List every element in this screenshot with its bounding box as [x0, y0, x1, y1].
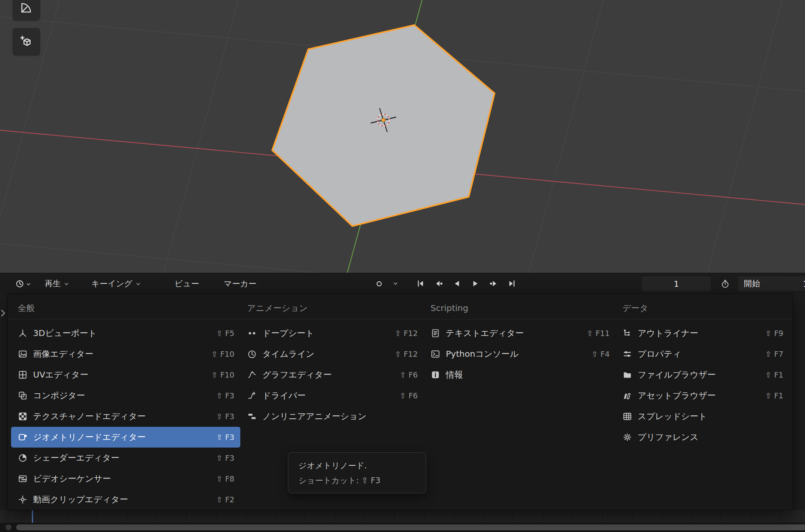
play-reverse-button[interactable]: [448, 276, 466, 291]
menu-playback[interactable]: 再生: [41, 276, 73, 291]
timeline-header: 再生 キーイング ビュー マーカー 1: [0, 273, 805, 294]
scrollbar-thumb[interactable]: [16, 524, 805, 530]
python-console-icon: [430, 349, 441, 359]
editor-menu-item[interactable]: 情報: [424, 364, 616, 385]
menu-marker[interactable]: マーカー: [220, 276, 260, 291]
menu-item-shortcut: ⇧ F12: [387, 329, 418, 338]
prev-keyframe-icon: [434, 279, 444, 288]
menu-item-shortcut: ⇧ F5: [208, 329, 234, 338]
jump-to-start-button[interactable]: [411, 276, 430, 291]
menu-item-label: 画像エディター: [33, 348, 93, 360]
spreadsheet-icon: [622, 412, 633, 422]
menu-item-shortcut: ⇧ F2: [208, 495, 234, 504]
chevron-down-icon: [135, 281, 141, 287]
playhead[interactable]: [32, 510, 33, 523]
menu-keying[interactable]: キーイング: [87, 276, 145, 291]
use-preview-range-button[interactable]: [717, 276, 734, 291]
editor-menu-item[interactable]: 画像エディター ⇧ F10: [11, 344, 240, 364]
record-icon: [375, 280, 383, 288]
asset-browser-icon: [622, 391, 633, 401]
start-frame-field[interactable]: 開始 1: [738, 276, 805, 291]
jump-to-next-keyframe-button[interactable]: [484, 276, 503, 291]
video-sequencer-icon: [17, 474, 28, 484]
shader-editor-icon: [17, 453, 28, 463]
play-icon: [470, 279, 480, 288]
editor-menu-item[interactable]: コンポジター ⇧ F3: [11, 385, 240, 406]
properties-icon: [622, 349, 633, 359]
editor-menu-item[interactable]: ノンリニアアニメーション: [240, 406, 424, 427]
editor-menu-item[interactable]: テキストエディター ⇧ F11: [424, 323, 616, 344]
menu-item-shortcut: ⇧ F6: [392, 370, 418, 379]
skip-start-icon: [416, 279, 425, 288]
editor-menu-item[interactable]: ドライバー ⇧ F6: [240, 385, 424, 406]
editor-menu-item[interactable]: プリファレンス: [616, 427, 789, 448]
timeline-track-area[interactable]: [0, 510, 805, 523]
preferences-icon: [622, 432, 633, 442]
editor-menu-item[interactable]: テクスチャノードエディター ⇧ F3: [11, 406, 240, 427]
play-button[interactable]: [466, 276, 484, 291]
editor-menu-item[interactable]: 3Dビューポート ⇧ F5: [11, 323, 240, 344]
timeline-editor-icon: [15, 279, 24, 288]
menu-item-label: 3Dビューポート: [33, 328, 97, 339]
menu-item-label: ビデオシーケンサー: [33, 473, 111, 484]
menu-item-label: 情報: [446, 369, 463, 381]
3d-viewport-icon: [17, 328, 28, 339]
compositor-icon: [17, 391, 28, 401]
editor-menu-item[interactable]: アウトライナー ⇧ F9: [616, 323, 789, 344]
menu-item-shortcut: ⇧ F6: [392, 391, 418, 400]
editor-menu-item[interactable]: ファイルブラウザー ⇧ F1: [616, 364, 789, 385]
editor-menu-item[interactable]: アセットブラウザー ⇧ F1: [616, 385, 789, 406]
menu-item-label: UVエディター: [33, 369, 88, 381]
add-cube-tool-button[interactable]: [13, 28, 40, 55]
editor-menu-item[interactable]: ジオメトリノードエディター ⇧ F3: [11, 427, 240, 448]
menu-item-shortcut: ⇧ F10: [204, 350, 234, 358]
tooltip: ジオメトリノード. ショートカット: ⇧ F3: [288, 452, 426, 493]
editor-menu-item[interactable]: タイムライン ⇧ F12: [240, 344, 424, 364]
blender-window: 再生 キーイング ビュー マーカー 1: [0, 0, 805, 532]
texture-node-editor-icon: [17, 412, 28, 422]
editor-menu-item[interactable]: Pythonコンソール ⇧ F4: [424, 344, 616, 364]
auto-keying-options-button[interactable]: [388, 276, 403, 291]
editor-menu-item[interactable]: グラフエディター ⇧ F6: [240, 364, 424, 385]
menu-item-label: Pythonコンソール: [446, 348, 518, 360]
auto-keying-button[interactable]: [370, 276, 388, 291]
file-browser-icon: [622, 370, 633, 380]
menu-item-shortcut: ⇧ F9: [757, 329, 783, 338]
menu-item-label: ドライバー: [262, 390, 306, 401]
editor-menu-item[interactable]: UVエディター ⇧ F10: [11, 364, 240, 385]
jump-to-end-button[interactable]: [503, 276, 521, 291]
menu-item-list: 3Dビューポート ⇧ F5 画像エディター ⇧ F10 UVエディター ⇧ F1…: [11, 319, 240, 510]
measure-tool-button[interactable]: [13, 0, 40, 20]
text-editor-icon: [430, 328, 441, 339]
region-expand-arrow[interactable]: [0, 308, 8, 318]
menu-item-shortcut: ⇧ F8: [208, 474, 234, 483]
editor-menu-item[interactable]: ビデオシーケンサー ⇧ F8: [11, 468, 240, 489]
3d-viewport[interactable]: [0, 0, 805, 273]
timeline-icon: [246, 349, 257, 359]
jump-to-prev-keyframe-button[interactable]: [430, 276, 448, 291]
nla-icon: [246, 412, 257, 422]
editor-menu-item[interactable]: プロパティ ⇧ F7: [616, 344, 789, 364]
menu-item-label: タイムライン: [262, 348, 315, 360]
object-origin-dot: [382, 118, 386, 122]
drivers-icon: [246, 391, 257, 401]
menu-item-label: アウトライナー: [638, 328, 698, 339]
geometry-node-editor-icon: [17, 432, 28, 442]
menu-item-label: グラフエディター: [262, 369, 332, 381]
timeline-scrollbar[interactable]: [0, 523, 805, 532]
editor-type-button[interactable]: [7, 276, 39, 291]
menu-item-shortcut: ⇧ F3: [208, 391, 234, 400]
menu-item-shortcut: ⇧ F4: [584, 350, 610, 358]
menu-section-header: アニメーション: [240, 297, 424, 319]
menu-item-label: シェーダーエディター: [33, 452, 119, 464]
editor-menu-item[interactable]: スプレッドシート: [616, 406, 789, 427]
editor-menu-item[interactable]: シェーダーエディター ⇧ F3: [11, 448, 240, 468]
menu-item-shortcut: ⇧ F12: [387, 350, 418, 358]
outliner-icon: [622, 328, 633, 339]
current-frame-field[interactable]: 1: [642, 276, 711, 291]
menu-item-label: プロパティ: [638, 348, 681, 360]
editor-menu-item[interactable]: ドープシート ⇧ F12: [240, 323, 424, 344]
editor-menu-item[interactable]: 動画クリップエディター ⇧ F2: [11, 489, 240, 510]
tooltip-shortcut: ショートカット: ⇧ F3: [298, 475, 416, 486]
menu-view[interactable]: ビュー: [171, 276, 203, 291]
